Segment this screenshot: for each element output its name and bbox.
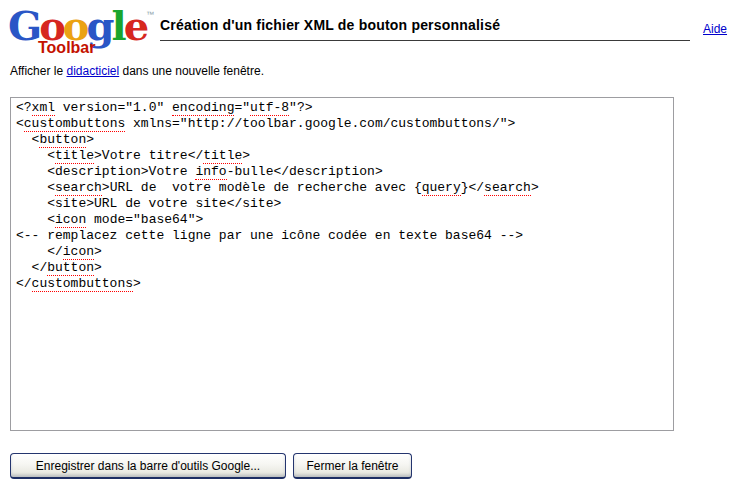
code-line: </icon> <box>16 244 668 260</box>
toolbar-logo-text: Toolbar <box>38 39 95 57</box>
misspelled-word: title <box>55 148 94 164</box>
close-window-button[interactable]: Fermer la fenêtre <box>293 453 412 479</box>
save-to-toolbar-button[interactable]: Enregistrer dans la barre d'outils Googl… <box>10 453 286 479</box>
code-segment: <site>URL de votre site</site> <box>16 196 281 211</box>
code-line: <icon mode="base64"> <box>16 212 668 228</box>
misspelled-word: custombuttons <box>32 276 133 292</box>
code-segment: < <box>16 132 39 147</box>
custom-button-xml-page: Google ™ Toolbar Création d'un fichier X… <box>0 0 738 484</box>
tutorial-text-after: dans une nouvelle fenêtre. <box>119 64 264 78</box>
title-divider <box>160 40 690 41</box>
code-segment: version="1.0" <box>55 100 172 115</box>
misspelled-word: button <box>47 260 94 276</box>
code-segment: > <box>242 148 250 163</box>
xml-editor[interactable]: <?xml version="1.0" encoding="utf-8"?><c… <box>10 97 674 431</box>
misspelled-word: button <box>39 132 86 148</box>
code-segment: < <box>16 212 55 227</box>
tutorial-link[interactable]: didacticiel <box>66 64 119 78</box>
code-segment: < <box>16 180 55 195</box>
code-line: <custombuttons xmlns="http://toolbar.goo… <box>16 116 668 132</box>
code-segment: > <box>94 244 102 259</box>
code-line: <button> <box>16 132 668 148</box>
misspelled-word: encoding <box>172 100 234 116</box>
misspelled-word: search <box>55 180 102 196</box>
misspelled-word: icon <box>63 244 94 260</box>
misspelled-word: utf-8 <box>250 100 289 116</box>
misspelled-word: custombuttons <box>24 116 125 132</box>
misspelled-word: query <box>422 180 461 196</box>
trademark-symbol: ™ <box>146 10 154 19</box>
page-title: Création d'un fichier XML de bouton pers… <box>160 17 500 33</box>
code-line: <-- remplacez cette ligne par une icône … <box>16 228 668 244</box>
code-segment: > <box>86 132 94 147</box>
misspelled-word: info <box>195 164 226 180</box>
code-line: <description>Votre info-bulle</descripti… <box>16 164 668 180</box>
code-segment: xmlns="http://toolbar.google.com/customb… <box>125 116 515 131</box>
code-segment: </ <box>16 276 32 291</box>
code-segment: mode="base64"> <box>86 212 203 227</box>
misspelled-word: title <box>203 148 242 164</box>
code-segment: <description>Votre <box>16 164 195 179</box>
code-line: <?xml version="1.0" encoding="utf-8"?> <box>16 100 668 116</box>
code-line: <site>URL de votre site</site> <box>16 196 668 212</box>
google-toolbar-logo: Google ™ Toolbar <box>8 2 160 58</box>
code-segment: </ <box>16 260 47 275</box>
logo-letter: G <box>8 2 39 49</box>
code-line: <search>URL de votre modèle de recherche… <box>16 180 668 196</box>
code-segment: >URL de votre modèle de recherche avec { <box>102 180 422 195</box>
code-line: <title>Votre titre</title> <box>16 148 668 164</box>
code-segment: < <box>16 148 55 163</box>
code-segment: >Votre titre</ <box>94 148 203 163</box>
logo-letter: e <box>124 2 146 49</box>
code-line: </custombuttons> <box>16 276 668 292</box>
code-segment: <? <box>16 100 32 115</box>
code-segment: }</ <box>461 180 484 195</box>
tutorial-line: Afficher le didacticiel dans une nouvell… <box>10 64 264 78</box>
misspelled-word: xml <box>32 100 55 116</box>
code-segment: "?> <box>289 100 312 115</box>
code-segment: -bulle</description> <box>227 164 383 179</box>
code-line: </button> <box>16 260 668 276</box>
logo-letter: l <box>112 2 124 49</box>
misspelled-word: icon <box>55 212 86 228</box>
tutorial-text-before: Afficher le <box>10 64 66 78</box>
code-segment: > <box>531 180 539 195</box>
code-segment: > <box>133 276 141 291</box>
code-segment: < <box>16 116 24 131</box>
help-link[interactable]: Aide <box>703 22 727 36</box>
code-segment: <-- remplacez cette ligne par une icône … <box>16 228 523 243</box>
code-segment: </ <box>16 244 63 259</box>
code-segment: =" <box>234 100 250 115</box>
misspelled-word: search <box>484 180 531 196</box>
code-segment: > <box>94 260 102 275</box>
